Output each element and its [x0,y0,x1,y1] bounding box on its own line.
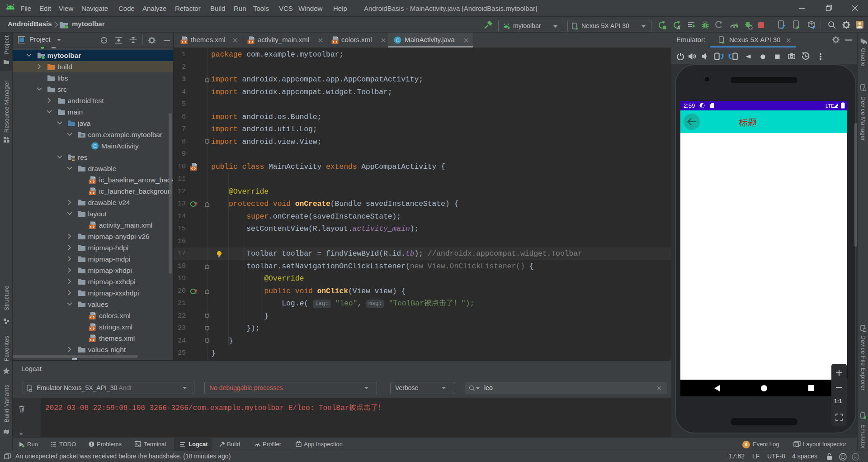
svg-text:C: C [396,38,400,43]
svg-text:A: A [677,25,680,29]
svg-text:C: C [93,143,97,149]
